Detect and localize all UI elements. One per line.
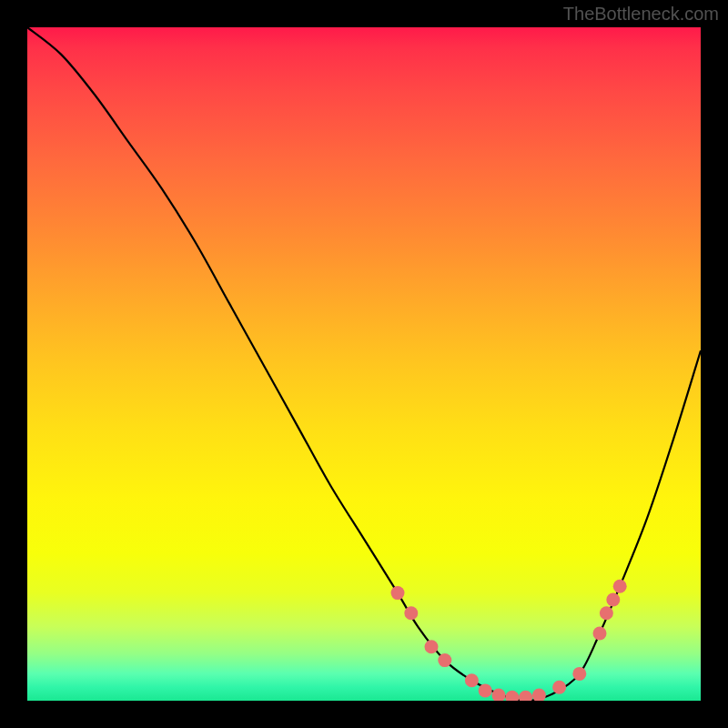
marker-point	[391, 586, 405, 600]
marker-point	[519, 691, 532, 701]
chart-plot-area	[27, 27, 701, 701]
watermark-text: TheBottleneck.com	[563, 4, 719, 25]
marker-point	[492, 689, 506, 701]
marker-point	[404, 606, 418, 620]
marker-point	[613, 580, 627, 593]
marker-point	[600, 606, 613, 620]
marker-point	[532, 689, 546, 701]
bottleneck-curve	[27, 27, 701, 701]
marker-point	[593, 627, 607, 641]
marker-point	[552, 681, 566, 694]
marker-point	[606, 593, 620, 607]
marker-point	[572, 667, 586, 681]
marker-point	[465, 673, 479, 687]
marker-point	[479, 683, 492, 697]
curve-svg	[27, 27, 701, 701]
marker-point	[505, 691, 519, 701]
marker-point	[425, 640, 439, 653]
curve-markers	[391, 580, 627, 701]
marker-point	[438, 653, 451, 667]
